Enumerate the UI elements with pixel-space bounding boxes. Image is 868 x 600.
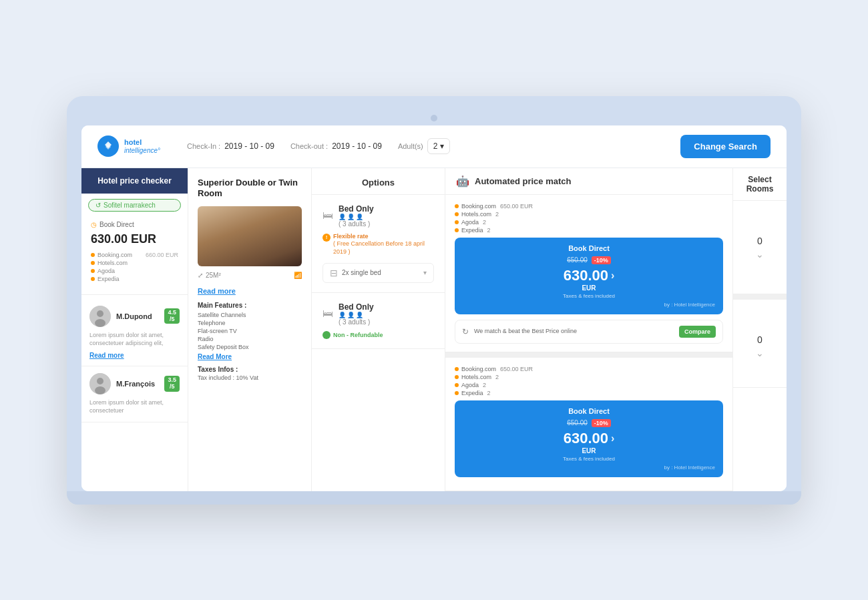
pm-dot [455,367,459,371]
list-item: Satellite Channels [198,312,302,318]
options-panel: Options 🛏 Bed Only 👤 👤 👤 [312,168,445,491]
pm-dot [455,375,459,379]
sync-icon: ↻ [462,327,469,336]
adults-select[interactable]: 2 ▾ [427,138,451,154]
provider-dot [91,253,95,257]
bd-main-price-2: 630.00 › [463,430,715,447]
pm-provider-price: 650.00 EUR [500,203,533,210]
book-direct-card-title-2: Book Direct [463,407,715,415]
pm-provider-price: 2 [487,227,491,234]
list-item: Safety Deposit Box [198,344,302,350]
match-text-1: We match & beat the Best Price online [474,328,674,336]
list-item: Booking.com 660.00 EUR [91,252,178,258]
pm-provider-price: 2 [483,219,486,226]
options-header: Options [312,168,445,195]
select-controls-1: 0 ⌄ [738,236,781,260]
pm-dot [455,204,459,208]
chevron-down-icon: ▾ [423,269,427,276]
pm-provider-name: Hotels.com [461,374,491,380]
bd-currency-2: EUR [463,447,715,455]
read-more-link-1[interactable]: Read more [89,352,180,359]
reviewer-card-1: M.Dupond 4.5 /5 Lorem ipsum dolor sit am… [81,299,188,366]
checkout-field: Check-out : 2019 - 10 - 09 [290,141,382,151]
logo: hotel intelligence° [97,135,160,157]
room-read-more[interactable]: Read more [198,287,236,295]
pm-dot [455,212,459,216]
list-item: Hotels.com 2 [455,211,723,218]
list-item: Hotels.com 2 [455,374,723,380]
bd-taxes-2: Taxes & fees included [463,456,715,462]
header: hotel intelligence° Check-In : 2019 - 10… [81,125,787,168]
bd-price-row-2: 650.00 -10% [463,419,715,427]
list-item: Booking.com 650.00 EUR [455,366,723,372]
taxes-text: Tax included : 10% Vat [198,374,302,381]
select-rooms-panel: Select Rooms 0 ⌄ 0 ⌄ [733,168,787,491]
adults-field: Adult(s) 2 ▾ [398,138,451,154]
option-title-1: Bed Only [339,204,374,214]
price-match-title: Automated price match [475,176,571,186]
book-direct-card-2: Book Direct 650.00 -10% 630.00 › EUR Tax… [455,400,723,477]
select-rooms-header: Select Rooms [733,168,787,202]
match-beat-row-1: ↻ We match & beat the Best Price online … [455,320,723,344]
bd-discount-2: -10% [592,419,611,427]
reviewer-name-1: M.Dupond [116,312,152,320]
list-item: Expedia [91,276,178,282]
bd-main-price-1: 630.00 › [463,267,715,284]
bd-arrow-icon-2: › [611,432,614,444]
select-count-1: 0 [757,236,763,246]
rate-type-1: Flexible rate [333,233,434,241]
person-icon: 👤 [339,312,346,318]
provider-dot [91,277,95,281]
pm-provider-price: 2 [495,374,499,380]
room-size: ⤢ 25M² [198,272,221,279]
change-search-button[interactable]: Change Search [680,135,771,158]
chevron-down-icon-select-1[interactable]: ⌄ [756,249,764,260]
reviewer-text-1: Lorem ipsum dolor sit amet, consectetuer… [89,331,180,348]
book-direct-card-title-1: Book Direct [463,244,715,252]
laptop-base [67,491,801,505]
reviewer-text-2: Lorem ipsum dolor sit amet, consectetuer [89,398,180,415]
provider-name: Booking.com [97,252,132,258]
features-read-more[interactable]: Read More [198,353,302,360]
option-guests-2: ( 3 adults ) [339,318,374,326]
bed-icon-1: 🛏 [322,210,333,222]
price-match-panel: 🤖 Automated price match Booking.com 650.… [445,168,733,491]
room-wifi-icon: 📶 [294,272,302,279]
checkout-label: Check-out : [290,142,328,150]
pm-provider-price: 2 [495,211,499,218]
bd-currency-1: EUR [463,284,715,292]
person-icon: 👤 [356,214,363,220]
svg-point-2 [95,319,105,327]
pm-dot [455,228,459,232]
pm-provider-price: 2 [487,390,491,396]
book-direct-card-1: Book Direct 650.00 -10% 630.00 › EUR Tax… [455,238,723,314]
provider-dot [91,269,95,273]
price-match-header: 🤖 Automated price match [445,168,732,195]
bd-price-number-1: 630.00 [564,267,608,284]
select-label: Select [748,175,771,184]
flex-icon: ! [322,234,331,242]
rating-sub-1: /5 [170,316,175,323]
chevron-down-icon-select-2[interactable]: ⌄ [756,348,764,358]
pm-dot [455,220,459,224]
bd-taxes-1: Taxes & fees included [463,293,715,299]
bd-old-price-2: 650.00 [567,419,588,426]
hotel-tag: ↺ Sofitel marrakech [88,199,181,212]
rate-detail-1: ( Free Cancellation Before 18 april 2019… [333,240,434,256]
pm-provider-name: Expedia [461,227,483,234]
pm-providers-2: Booking.com 650.00 EUR Hotels.com 2 Agod… [455,366,723,396]
laptop-frame: hotel intelligence° Check-In : 2019 - 10… [67,96,801,505]
pm-provider-name: Hotels.com [461,211,491,218]
select-controls-2: 0 ⌄ [738,334,781,358]
bd-arrow-icon: › [611,270,614,282]
bd-discount-1: -10% [592,256,611,264]
room-image-inner [198,206,302,266]
clock-icon: ◷ [91,221,97,228]
room-panel: Superior Double or Twin Room ⤢ 25M² 📶 Re… [188,168,312,491]
avatar-2 [89,373,111,394]
option-section-2: 🛏 Bed Only 👤 👤 👤 ( 3 adults ) [312,293,445,349]
list-item: Radio [198,336,302,342]
bd-by-2: by : Hotel Intelligence [463,465,715,471]
compare-button-1[interactable]: Compare [679,326,716,338]
bed-dropdown-1[interactable]: ⊟ 2x single bed ▾ [322,263,434,283]
